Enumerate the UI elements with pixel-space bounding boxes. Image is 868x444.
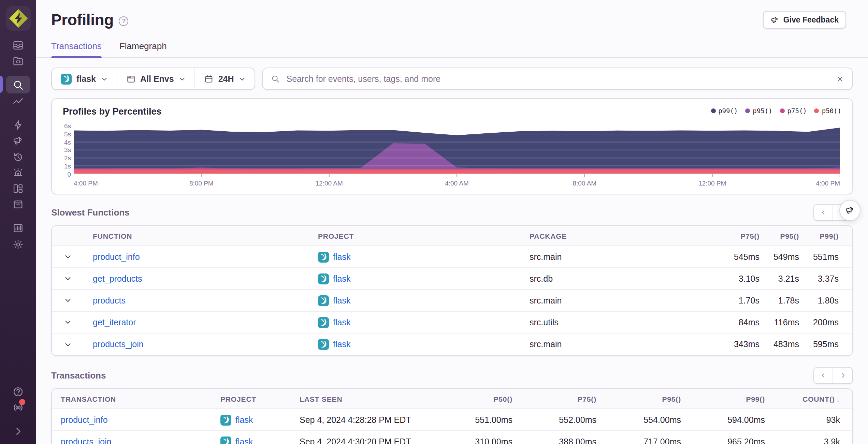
sidebar-item-alerts[interactable] <box>6 164 30 181</box>
tab-flamegraph[interactable]: Flamegraph <box>119 41 167 57</box>
project-cell: flask <box>220 436 300 444</box>
sidebar-item-collapse[interactable] <box>6 422 30 440</box>
function-cell: products <box>93 296 318 305</box>
sidebar-item-help[interactable] <box>6 383 30 400</box>
search-input[interactable] <box>285 73 830 84</box>
feedback-icon <box>12 135 24 146</box>
expand-row-button[interactable] <box>62 273 73 284</box>
legend-item-p75[interactable]: p75() <box>780 107 807 115</box>
x-axis-labels: 4:00 PM8:00 PM12:00 AM4:00 AM8:00 AM12:0… <box>74 179 840 188</box>
x-axis-tick-label: 12:00 PM <box>698 179 726 187</box>
column-header-count[interactable]: COUNT()↓ <box>765 395 840 403</box>
next-page-button[interactable] <box>833 368 852 383</box>
flask-project-icon <box>220 414 231 425</box>
environment-filter[interactable]: All Envs <box>117 68 195 89</box>
transaction-link[interactable]: product_info <box>61 415 108 425</box>
function-link[interactable]: products_join <box>93 340 144 349</box>
collapse-icon <box>12 425 24 437</box>
count-cell: 3.9k <box>765 437 840 444</box>
settings-icon <box>12 238 24 250</box>
expand-row-button[interactable] <box>62 251 73 262</box>
project-name: flask <box>333 340 350 349</box>
project-cell: flask <box>220 414 300 425</box>
project-link[interactable]: flask <box>318 273 530 284</box>
expand-row-button[interactable] <box>62 339 73 350</box>
package-cell: src.main <box>530 296 705 305</box>
sidebar-item-settings[interactable] <box>6 235 30 253</box>
search-clear-button[interactable] <box>836 75 844 83</box>
column-header-p75: P75() <box>705 232 760 240</box>
count-cell: 93k <box>765 415 840 425</box>
expander-cell <box>52 251 93 262</box>
page-title: Profiling <box>51 11 114 29</box>
sidebar-item-traces[interactable] <box>6 93 30 110</box>
chevron-left-icon <box>820 372 827 379</box>
project-name: flask <box>333 274 350 283</box>
sidebar-item-replays[interactable] <box>6 148 30 166</box>
transactions-pagination <box>813 367 853 384</box>
previous-page-button[interactable] <box>814 205 833 220</box>
sidebar-item-stats[interactable] <box>6 219 30 237</box>
notification-badge <box>19 399 25 405</box>
project-link[interactable]: flask <box>220 436 300 444</box>
p75-cell: 545ms <box>705 252 760 262</box>
sentry-logo[interactable] <box>5 5 31 31</box>
project-link[interactable]: flask <box>318 295 530 306</box>
sidebar-item-whats-new[interactable] <box>6 398 30 416</box>
sidebar-item-dashboards[interactable] <box>6 179 30 197</box>
table-row: product_infoflasksrc.main545ms549ms551ms <box>52 246 852 268</box>
project-filter[interactable]: flask <box>52 68 117 89</box>
flask-project-icon <box>61 73 72 84</box>
sidebar-item-projects[interactable] <box>6 52 30 70</box>
tab-bar: TransactionsFlamegraph <box>36 41 868 58</box>
p99-cell: 594.00ms <box>681 415 765 425</box>
project-link[interactable]: flask <box>318 339 530 350</box>
transaction-cell: products_join <box>52 437 220 444</box>
x-axis-tick-label: 12:00 AM <box>316 179 343 187</box>
y-axis-tick-label: 5s <box>53 130 71 138</box>
package-cell: src.utils <box>530 317 705 327</box>
project-link[interactable]: flask <box>318 251 530 262</box>
function-link[interactable]: product_info <box>93 252 140 262</box>
filter-bar: flask All Envs 24H <box>51 68 853 90</box>
transaction-link[interactable]: products_join <box>61 437 112 444</box>
project-name: flask <box>333 252 350 262</box>
legend-item-p50[interactable]: p50() <box>814 107 841 115</box>
sidebar-item-issues[interactable] <box>6 36 30 54</box>
p99-cell: 595ms <box>799 340 839 349</box>
releases-icon <box>12 198 24 210</box>
sidebar-item-boost[interactable] <box>6 116 30 134</box>
expand-row-button[interactable] <box>62 295 73 306</box>
project-link[interactable]: flask <box>220 414 300 425</box>
function-link[interactable]: get_products <box>93 274 142 283</box>
feedback-fab-button[interactable] <box>839 200 860 221</box>
date-range-filter[interactable]: 24H <box>195 68 255 89</box>
previous-page-button[interactable] <box>814 368 833 383</box>
project-link[interactable]: flask <box>318 317 530 328</box>
sidebar-item-explore[interactable] <box>6 76 30 93</box>
active-nav-indicator <box>0 76 2 93</box>
function-link[interactable]: get_iterator <box>93 317 136 327</box>
legend-item-p95[interactable]: p95() <box>745 107 772 115</box>
chevron-down-icon <box>64 319 71 326</box>
expand-row-button[interactable] <box>62 317 73 328</box>
y-axis-tick-label: 1s <box>53 162 71 170</box>
percentiles-area-chart[interactable] <box>74 125 840 177</box>
help-icon[interactable]: ? <box>119 16 129 26</box>
package-cell: src.main <box>530 252 705 262</box>
chevron-down-icon <box>101 75 107 82</box>
give-feedback-button[interactable]: Give Feedback <box>763 11 846 29</box>
projects-icon <box>12 55 24 66</box>
function-link[interactable]: products <box>93 296 126 305</box>
tab-transactions[interactable]: Transactions <box>51 41 102 57</box>
legend-item-p99[interactable]: p99() <box>711 107 738 115</box>
page-header: Profiling ? Give Feedback <box>36 0 868 30</box>
table-header-row: TRANSACTIONPROJECTLAST SEENP50()P75()P95… <box>52 389 852 409</box>
whats-new-icon <box>12 401 24 413</box>
chart-plot-area[interactable]: 6s5s4s3s2s1s0 <box>74 125 840 177</box>
table-body: product_infoflaskSep 4, 2024 4:28:28 PM … <box>52 409 852 444</box>
flask-project-icon <box>318 295 329 306</box>
sidebar-item-feedback[interactable] <box>6 132 30 149</box>
function-cell: product_info <box>93 252 318 262</box>
sidebar-item-releases[interactable] <box>6 195 30 213</box>
